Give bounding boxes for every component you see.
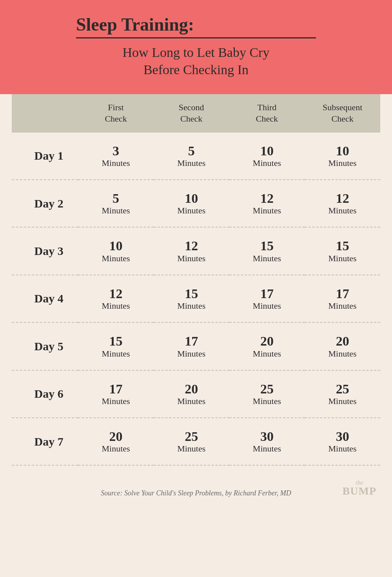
subsequent-check-cell: 20 Minutes bbox=[305, 322, 380, 370]
third-check-cell: 12 Minutes bbox=[229, 180, 305, 227]
header: Sleep Training: Ferber Method How Long t… bbox=[0, 0, 392, 94]
first-check-cell: 15 Minutes bbox=[78, 322, 154, 370]
col-header-day bbox=[12, 94, 78, 132]
source-text: Source: Solve Your Child's Sleep Problem… bbox=[12, 489, 380, 497]
col-header-first-check: FirstCheck bbox=[78, 94, 154, 132]
table-row: Day 3 10 Minutes 12 Minutes 15 Minutes 1… bbox=[12, 227, 380, 275]
first-check-cell: 20 Minutes bbox=[78, 418, 154, 465]
day-label: Day 2 bbox=[12, 180, 78, 227]
third-check-cell: 17 Minutes bbox=[229, 275, 305, 322]
table-row: Day 1 3 Minutes 5 Minutes 10 Minutes 10 … bbox=[12, 133, 380, 180]
first-check-cell: 17 Minutes bbox=[78, 370, 154, 418]
day-label: Day 6 bbox=[12, 370, 78, 418]
day-label: Day 4 bbox=[12, 275, 78, 322]
third-check-cell: 20 Minutes bbox=[229, 322, 305, 370]
second-check-cell: 5 Minutes bbox=[154, 133, 229, 180]
col-header-second-check: SecondCheck bbox=[154, 94, 229, 132]
col-header-subsequent-check: SubsequentCheck bbox=[305, 94, 380, 132]
second-check-cell: 15 Minutes bbox=[154, 275, 229, 322]
third-check-cell: 10 Minutes bbox=[229, 133, 305, 180]
second-check-cell: 17 Minutes bbox=[154, 322, 229, 370]
subsequent-check-cell: 10 Minutes bbox=[305, 133, 380, 180]
first-check-cell: 3 Minutes bbox=[78, 133, 154, 180]
subsequent-check-cell: 17 Minutes bbox=[305, 275, 380, 322]
table-row: Day 4 12 Minutes 15 Minutes 17 Minutes 1… bbox=[12, 275, 380, 322]
day-label: Day 3 bbox=[12, 227, 78, 275]
third-check-cell: 25 Minutes bbox=[229, 370, 305, 418]
subsequent-check-cell: 30 Minutes bbox=[305, 418, 380, 465]
second-check-cell: 20 Minutes bbox=[154, 370, 229, 418]
table-row: Day 7 20 Minutes 25 Minutes 30 Minutes 3… bbox=[12, 418, 380, 465]
day-label: Day 7 bbox=[12, 418, 78, 465]
ferber-table: FirstCheck SecondCheck ThirdCheck Subseq… bbox=[12, 94, 380, 466]
day-label: Day 1 bbox=[12, 133, 78, 180]
third-check-cell: 30 Minutes bbox=[229, 418, 305, 465]
first-check-cell: 5 Minutes bbox=[78, 180, 154, 227]
col-header-third-check: ThirdCheck bbox=[229, 94, 305, 132]
subsequent-check-cell: 12 Minutes bbox=[305, 180, 380, 227]
bump-logo: the BUMP bbox=[343, 479, 376, 497]
third-check-cell: 15 Minutes bbox=[229, 227, 305, 275]
footer: Source: Solve Your Child's Sleep Problem… bbox=[0, 477, 392, 505]
second-check-cell: 25 Minutes bbox=[154, 418, 229, 465]
subsequent-check-cell: 15 Minutes bbox=[305, 227, 380, 275]
table-row: Day 6 17 Minutes 20 Minutes 25 Minutes 2… bbox=[12, 370, 380, 418]
table-row: Day 2 5 Minutes 10 Minutes 12 Minutes 12… bbox=[12, 180, 380, 227]
first-check-cell: 10 Minutes bbox=[78, 227, 154, 275]
header-subtitle: How Long to Let Baby Cry Before Checking… bbox=[16, 44, 376, 78]
table-section: FirstCheck SecondCheck ThirdCheck Subseq… bbox=[0, 94, 392, 477]
day-label: Day 5 bbox=[12, 322, 78, 370]
second-check-cell: 12 Minutes bbox=[154, 227, 229, 275]
subsequent-check-cell: 25 Minutes bbox=[305, 370, 380, 418]
second-check-cell: 10 Minutes bbox=[154, 180, 229, 227]
header-title: Sleep Training: Ferber Method bbox=[16, 14, 376, 44]
first-check-cell: 12 Minutes bbox=[78, 275, 154, 322]
column-headers: FirstCheck SecondCheck ThirdCheck Subseq… bbox=[12, 94, 380, 132]
table-row: Day 5 15 Minutes 17 Minutes 20 Minutes 2… bbox=[12, 322, 380, 370]
